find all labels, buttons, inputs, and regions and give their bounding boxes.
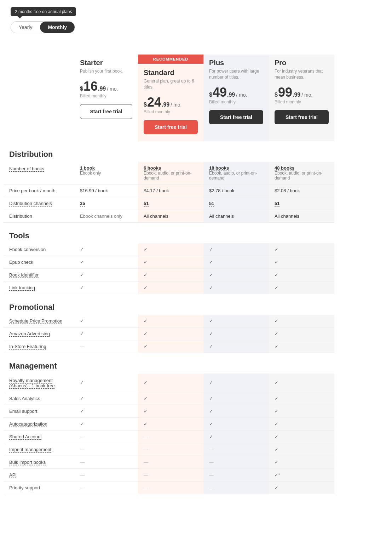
pricing-table: Starter Publish your first book. $ 16 .9…: [4, 55, 388, 494]
dist-starter: Ebook channels only: [74, 210, 138, 223]
autocat-starter: ✓: [74, 418, 138, 431]
price-whole-starter: 16: [83, 80, 98, 93]
billed-standard: Billed monthly: [144, 109, 198, 114]
promotional-section-header: Promotional: [4, 294, 334, 315]
ebook-conv-plus: ✓: [203, 243, 269, 256]
channels-standard: 51: [138, 197, 203, 210]
instore-plus: ✓: [203, 340, 269, 353]
email-starter: ✓: [74, 405, 138, 418]
priority-pro: ✓: [269, 482, 334, 494]
royalty-pro: ✓: [269, 374, 334, 392]
price-period-pro: / mo.: [301, 92, 312, 98]
shared-pro: ✓: [269, 431, 334, 443]
book-id-standard: ✓: [138, 269, 203, 281]
book-id-starter: ✓: [74, 269, 138, 281]
billed-plus: Billed monthly: [209, 99, 263, 104]
channels-plus: 51: [203, 197, 269, 210]
cta-plus[interactable]: Start free trial: [209, 110, 263, 124]
imprint-plus: —: [203, 443, 269, 456]
row-label-dist-channels: Distribution channels: [4, 197, 74, 210]
amazon-ads-pro: ✓: [269, 328, 334, 340]
management-section-header: Management: [4, 353, 334, 374]
epub-check-standard: ✓: [138, 256, 203, 269]
cta-pro[interactable]: Start free trial: [275, 110, 329, 124]
autocat-pro: ✓: [269, 418, 334, 431]
distribution-section-header: Distribution: [4, 141, 334, 162]
price-dollar-standard: $: [144, 102, 147, 108]
bulk-starter: —: [74, 456, 138, 469]
bulk-pro: ✓: [269, 456, 334, 469]
row-label-bulk-import: Bulk import books: [4, 456, 74, 469]
plan-name-standard: Standard: [144, 69, 198, 77]
free-badge: 2 months free on annual plans: [11, 7, 76, 16]
row-label-autocategorization: Autocategorization: [4, 418, 74, 431]
price-book-pro: $2.08 / book: [269, 184, 334, 197]
dist-plus: All channels: [203, 210, 269, 223]
books-starter: 1 book Ebook only: [74, 162, 138, 184]
api-pro: ✓*: [269, 469, 334, 482]
royalty-standard: ✓: [138, 374, 203, 392]
row-label-distribution: Distribution: [4, 210, 74, 223]
row-label-epub-check: Epub check: [4, 256, 74, 269]
books-plus: 18 books Ebook, audio, or print-on-deman…: [203, 162, 269, 184]
billing-toggle[interactable]: Yearly Monthly: [11, 21, 75, 33]
price-whole-pro: 99: [278, 86, 292, 99]
cta-starter[interactable]: Start free trial: [80, 104, 132, 119]
amazon-ads-plus: ✓: [203, 328, 269, 340]
epub-check-pro: ✓: [269, 256, 334, 269]
price-cents-starter: .99: [98, 86, 106, 92]
price-book-starter: $16.99 / book: [74, 184, 138, 197]
yearly-option[interactable]: Yearly: [11, 22, 40, 33]
row-label-imprint: Imprint management: [4, 443, 74, 456]
sales-plus: ✓: [203, 392, 269, 405]
book-id-pro: ✓: [269, 269, 334, 281]
bulk-plus: —: [203, 456, 269, 469]
plan-desc-pro: For industry veterans that mean business…: [275, 68, 329, 80]
plan-header-starter: Starter Publish your first book. $ 16 .9…: [74, 55, 138, 141]
sched-promo-starter: ✓: [74, 315, 138, 328]
dist-standard: All channels: [138, 210, 203, 223]
channels-pro: 51: [269, 197, 334, 210]
cta-standard[interactable]: Start free trial: [144, 120, 198, 134]
row-label-api: API: [4, 469, 74, 482]
row-label-schedule-promo: Schedule Price Promotion: [4, 315, 74, 328]
row-label-email-support: Email support: [4, 405, 74, 418]
row-label-price-per-book: Price per book / month: [4, 184, 74, 197]
amazon-ads-standard: ✓: [138, 328, 203, 340]
books-standard: 6 books Ebook, audio, or print-on-demand: [138, 162, 203, 184]
instore-standard: ✓: [138, 340, 203, 353]
plan-name-starter: Starter: [80, 59, 132, 67]
imprint-starter: —: [74, 443, 138, 456]
plan-desc-plus: For power users with large number of tit…: [209, 68, 263, 80]
plan-name-pro: Pro: [275, 59, 329, 67]
amazon-ads-starter: ✓: [74, 328, 138, 340]
row-label-royalty: Royalty management (Abacus) - 1 book fre…: [4, 374, 74, 392]
price-period-starter: / mo.: [107, 86, 118, 92]
sales-pro: ✓: [269, 392, 334, 405]
autocat-plus: ✓: [203, 418, 269, 431]
royalty-plus: ✓: [203, 374, 269, 392]
row-label-ebook-conversion: Ebook conversion: [4, 243, 74, 256]
price-whole-plus: 49: [213, 86, 227, 99]
imprint-standard: —: [138, 443, 203, 456]
row-label-sales-analytics: Sales Analytics: [4, 392, 74, 405]
sched-promo-pro: ✓: [269, 315, 334, 328]
epub-check-starter: ✓: [74, 256, 138, 269]
imprint-pro: ✓: [269, 443, 334, 456]
price-book-plus: $2.78 / book: [203, 184, 269, 197]
row-label-books: Number of books: [4, 162, 74, 184]
ebook-conv-pro: ✓: [269, 243, 334, 256]
epub-check-plus: ✓: [203, 256, 269, 269]
billed-starter: Billed monthly: [80, 93, 132, 98]
sales-starter: ✓: [74, 392, 138, 405]
tools-section-header: Tools: [4, 223, 334, 243]
api-plus: —: [203, 469, 269, 482]
email-pro: ✓: [269, 405, 334, 418]
shared-starter: —: [74, 431, 138, 443]
ebook-conv-starter: ✓: [74, 243, 138, 256]
row-label-shared-account: Shared Account: [4, 431, 74, 443]
monthly-option[interactable]: Monthly: [40, 22, 75, 33]
row-label-amazon-ads: Amazon Advertising: [4, 328, 74, 340]
recommended-badge: RECOMMENDED: [138, 55, 203, 64]
price-book-standard: $4.17 / book: [138, 184, 203, 197]
